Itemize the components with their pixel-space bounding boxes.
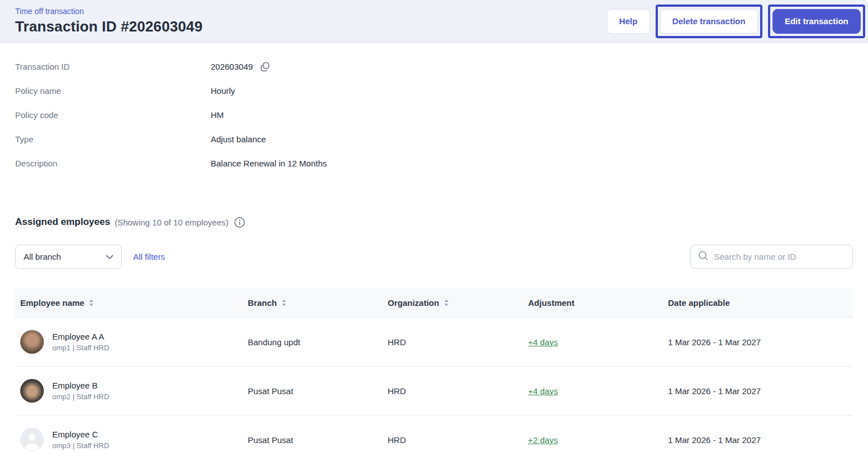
delete-transaction-button[interactable]: Delete transaction: [660, 9, 758, 34]
employee-name: Employee C: [52, 430, 109, 439]
detail-label: Policy name: [15, 86, 211, 96]
avatar: [20, 330, 44, 354]
employee-meta: omp1 | Staff HRD: [52, 344, 109, 352]
table-row: Employee A A omp1 | Staff HRD Bandung up…: [15, 318, 853, 367]
search-icon: [698, 250, 709, 264]
detail-value: Hourly: [211, 86, 235, 96]
employee-identity: Employee A A omp1 | Staff HRD: [52, 332, 109, 352]
edit-button-highlight-box: Edit transaction: [768, 4, 865, 38]
search-input[interactable]: [714, 252, 846, 261]
employee-cell: Employee B omp2 | Staff HRD: [15, 379, 248, 403]
sort-icon[interactable]: [281, 299, 287, 306]
employee-meta: omp2 | Staff HRD: [52, 392, 109, 401]
detail-label: Description: [15, 159, 211, 168]
column-label: Organization: [388, 298, 439, 308]
employee-count-note: (Showing 10 of 10 employees): [115, 218, 229, 227]
search-box: [690, 245, 853, 269]
column-header-employee-name[interactable]: Employee name: [15, 298, 248, 308]
avatar: [20, 379, 44, 403]
detail-value: Adjust balance: [211, 134, 266, 144]
edit-transaction-button[interactable]: Edit transaction: [772, 9, 861, 34]
column-header-branch[interactable]: Branch: [248, 298, 388, 308]
transaction-id-value: 202603049: [211, 62, 253, 71]
sort-icon[interactable]: [89, 299, 94, 306]
column-header-organization[interactable]: Organization: [388, 298, 528, 308]
branch-filter-value: All branch: [24, 252, 61, 261]
info-icon[interactable]: [234, 217, 245, 228]
detail-value: 202603049: [211, 61, 271, 73]
detail-row-policy-code: Policy code HM: [15, 103, 853, 127]
help-button[interactable]: Help: [607, 9, 650, 34]
employee-meta: omp3 | Staff HRD: [52, 441, 109, 450]
adjustment-link[interactable]: +4 days: [528, 386, 558, 396]
time-off-transaction-page: Time off transaction Transaction ID #202…: [0, 0, 868, 456]
section-title: Assigned employees: [15, 216, 110, 228]
employee-cell: Employee A A omp1 | Staff HRD: [15, 330, 248, 354]
detail-row-transaction-id: Transaction ID 202603049: [15, 55, 853, 79]
date-applicable-cell: 1 Mar 2026 - 1 Mar 2027: [668, 337, 853, 347]
detail-row-description: Description Balance Renewal in 12 Months: [15, 151, 853, 175]
date-applicable-cell: 1 Mar 2026 - 1 Mar 2027: [668, 386, 853, 396]
page-header: Time off transaction Transaction ID #202…: [0, 0, 868, 43]
branch-cell: Pusat Pusat: [248, 386, 388, 396]
date-applicable-cell: 1 Mar 2026 - 1 Mar 2027: [668, 435, 853, 445]
organization-cell: HRD: [388, 435, 528, 445]
employee-identity: Employee B omp2 | Staff HRD: [52, 381, 109, 401]
organization-cell: HRD: [388, 386, 528, 396]
adjustment-link[interactable]: +2 days: [528, 435, 558, 445]
adjustment-link[interactable]: +4 days: [528, 337, 558, 347]
detail-value: Balance Renewal in 12 Months: [211, 159, 327, 168]
column-label: Date applicable: [668, 298, 730, 308]
chevron-down-icon: [106, 252, 113, 262]
avatar-placeholder: [20, 428, 44, 452]
header-titles: Time off transaction Transaction ID #202…: [15, 7, 202, 35]
organization-cell: HRD: [388, 337, 528, 347]
table-row: Employee C omp3 | Staff HRD Pusat Pusat …: [15, 416, 853, 456]
detail-label: Type: [15, 134, 211, 144]
detail-row-type: Type Adjust balance: [15, 127, 853, 151]
filter-row: All branch All filters: [15, 245, 853, 269]
copy-icon[interactable]: [260, 61, 271, 73]
employee-name: Employee A A: [52, 332, 109, 341]
detail-value: HM: [211, 110, 224, 120]
column-header-adjustment: Adjustment: [528, 298, 668, 308]
all-filters-link[interactable]: All filters: [133, 252, 165, 261]
branch-cell: Pusat Pusat: [248, 435, 388, 445]
branch-filter-select[interactable]: All branch: [15, 245, 122, 269]
breadcrumb[interactable]: Time off transaction: [15, 7, 202, 16]
column-header-date-applicable: Date applicable: [668, 298, 853, 308]
employee-identity: Employee C omp3 | Staff HRD: [52, 430, 109, 450]
assigned-employees-table: Employee name Branch Organization Adjust…: [15, 288, 853, 456]
delete-button-highlight-box: Delete transaction: [656, 4, 762, 38]
column-label: Branch: [248, 298, 277, 308]
branch-cell: Bandung updt: [248, 337, 388, 347]
table-header-row: Employee name Branch Organization Adjust…: [15, 288, 853, 318]
assigned-employees-header: Assigned employees (Showing 10 of 10 emp…: [15, 216, 853, 228]
detail-label: Policy code: [15, 110, 211, 120]
page-title: Transaction ID #202603049: [15, 18, 202, 35]
table-row: Employee B omp2 | Staff HRD Pusat Pusat …: [15, 367, 853, 416]
detail-label: Transaction ID: [15, 62, 211, 71]
header-actions: Help Delete transaction Edit transaction: [607, 4, 865, 38]
employee-cell: Employee C omp3 | Staff HRD: [15, 428, 248, 452]
column-label: Employee name: [20, 298, 84, 308]
employee-name: Employee B: [52, 381, 109, 390]
detail-row-policy-name: Policy name Hourly: [15, 79, 853, 103]
transaction-details: Transaction ID 202603049 Policy name Hou…: [0, 43, 868, 175]
sort-icon[interactable]: [444, 299, 449, 306]
column-label: Adjustment: [528, 298, 575, 308]
